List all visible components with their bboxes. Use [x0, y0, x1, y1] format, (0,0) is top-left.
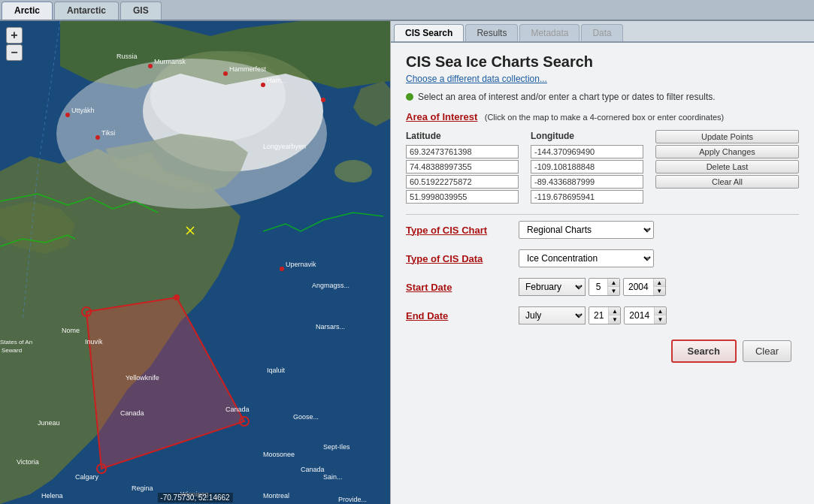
end-date-label: End Date: [406, 310, 511, 321]
end-month-select[interactable]: January February March April May June Ju…: [519, 306, 586, 324]
divider-1: [406, 214, 799, 215]
lon-input-3[interactable]: [531, 175, 643, 189]
lon-header: Longitude: [531, 131, 651, 143]
svg-text:Inuvik: Inuvik: [85, 338, 103, 346]
map-panel[interactable]: Uttyákh Tiksi Murmansk Russia Hammerfest…: [0, 21, 390, 504]
change-collection-link[interactable]: Choose a different data collection...: [406, 74, 799, 84]
svg-text:Seward: Seward: [2, 347, 22, 354]
start-date-label: Start Date: [406, 282, 511, 293]
tab-antarctic[interactable]: Antarctic: [54, 2, 119, 20]
svg-point-15: [148, 64, 153, 68]
data-type-select-wrap: Ice Concentration Ice Type Ice Stage: [519, 249, 654, 267]
start-year-up[interactable]: ▲: [653, 279, 665, 287]
svg-text:Sept-Iles: Sept-Iles: [323, 443, 350, 451]
chart-type-select[interactable]: Regional Charts Weekly Charts Daily Char…: [519, 221, 654, 239]
start-year-down[interactable]: ▼: [653, 287, 665, 295]
map-controls: + −: [6, 27, 23, 61]
svg-text:Uttyákh: Uttyákh: [71, 107, 95, 114]
svg-text:Goose...: Goose...: [293, 413, 319, 421]
zoom-out-button[interactable]: −: [6, 44, 23, 61]
info-text: Select an area of interest and/or enter …: [418, 92, 716, 102]
end-day-arrows: ▲ ▼: [608, 307, 620, 324]
end-year-spinner: 2014 ▲ ▼: [624, 306, 667, 324]
map-svg: Uttyákh Tiksi Murmansk Russia Hammerfest…: [0, 21, 390, 504]
svg-text:Calgary: Calgary: [75, 473, 99, 481]
svg-text:Canada: Canada: [301, 466, 325, 473]
end-year-up[interactable]: ▲: [654, 307, 666, 315]
aoi-label: Area of Interest: [406, 111, 477, 122]
delete-last-button[interactable]: Delete Last: [655, 160, 799, 174]
end-day-down[interactable]: ▼: [608, 315, 620, 324]
end-year-down[interactable]: ▼: [654, 315, 666, 324]
svg-text:Sain...: Sain...: [323, 473, 343, 481]
right-panel: CIS Search Results Metadata Data CIS Sea…: [390, 21, 814, 504]
svg-point-7: [174, 294, 180, 300]
aoi-sublabel: (Click on the map to make a 4-cornered b…: [485, 113, 725, 122]
svg-point-17: [321, 98, 325, 102]
data-type-row: Type of CIS Data Ice Concentration Ice T…: [406, 249, 799, 267]
end-month-wrap: January February March April May June Ju…: [519, 306, 586, 324]
coord-buttons: Update Points: [655, 130, 799, 143]
chart-type-label: Type of CIS Chart: [406, 225, 511, 236]
start-year-value: 2004: [624, 279, 653, 294]
data-type-label: Type of CIS Data: [406, 253, 511, 264]
zoom-in-button[interactable]: +: [6, 27, 23, 44]
svg-text:Tiksi: Tiksi: [101, 129, 115, 137]
end-day-up[interactable]: ▲: [608, 307, 620, 315]
info-icon: [406, 93, 413, 101]
svg-point-12: [65, 113, 70, 117]
end-date-group: January February March April May June Ju…: [519, 306, 667, 324]
end-year-value: 2014: [625, 308, 654, 323]
clear-all-button[interactable]: Clear All: [655, 175, 799, 189]
panel-content: CIS Sea Ice Charts Search Choose a diffe…: [391, 43, 814, 504]
start-date-row: Start Date January February March April …: [406, 278, 799, 296]
svg-point-16: [261, 83, 265, 87]
lon-input-2[interactable]: [531, 160, 643, 174]
lat-input-3[interactable]: [406, 175, 519, 189]
start-day-spinner: 5 ▲ ▼: [589, 278, 620, 296]
tab-cis-search[interactable]: CIS Search: [394, 24, 464, 41]
tab-arctic[interactable]: Arctic: [2, 2, 53, 20]
data-type-select[interactable]: Ice Concentration Ice Type Ice Stage: [519, 249, 654, 267]
lat-input-1[interactable]: [406, 145, 519, 158]
svg-point-14: [223, 71, 228, 76]
svg-text:Juneau: Juneau: [38, 419, 60, 427]
start-day-down[interactable]: ▼: [607, 287, 619, 295]
tab-gis[interactable]: GIS: [120, 2, 162, 20]
svg-text:Upernavik: Upernavik: [286, 261, 316, 268]
svg-point-18: [280, 267, 284, 271]
clear-button[interactable]: Clear: [743, 340, 791, 362]
end-year-arrows: ▲ ▼: [654, 307, 666, 324]
tab-data: Data: [581, 24, 622, 41]
aoi-section: Area of Interest (Click on the map to ma…: [406, 111, 799, 122]
start-day-up[interactable]: ▲: [607, 279, 619, 287]
map-coordinates: -70.75730, 52.14662: [157, 493, 232, 502]
svg-text:States of An: States of An: [0, 339, 32, 346]
lon-input-4[interactable]: [531, 190, 643, 204]
lat-input-4[interactable]: [406, 190, 519, 204]
lon-input-1[interactable]: [531, 145, 643, 158]
apply-changes-button[interactable]: Apply Changes: [655, 145, 799, 158]
svg-text:Helena: Helena: [41, 492, 63, 499]
chart-type-select-wrap: Regional Charts Weekly Charts Daily Char…: [519, 221, 654, 239]
start-month-select[interactable]: January February March April May June Ju…: [519, 278, 586, 296]
start-year-arrows: ▲ ▼: [653, 279, 665, 295]
tab-metadata: Metadata: [519, 24, 579, 41]
search-button[interactable]: Search: [671, 340, 737, 363]
panel-title: CIS Sea Ice Charts Search: [406, 53, 799, 71]
update-points-button[interactable]: Update Points: [655, 130, 799, 143]
svg-text:Canada: Canada: [225, 406, 250, 413]
svg-text:Montreal: Montreal: [263, 492, 289, 499]
info-row: Select an area of interest and/or enter …: [406, 92, 799, 102]
svg-text:Russia: Russia: [117, 53, 138, 60]
lat-header: Latitude: [406, 131, 526, 143]
svg-point-3: [334, 160, 372, 183]
svg-text:Moosonee: Moosonee: [263, 451, 295, 458]
svg-text:Nome: Nome: [62, 327, 80, 334]
tab-results[interactable]: Results: [465, 24, 518, 41]
svg-point-13: [95, 135, 100, 140]
end-day-value: 21: [589, 308, 608, 323]
svg-text:Provide...: Provide...: [338, 496, 367, 503]
svg-text:Regina: Regina: [132, 484, 153, 492]
lat-input-2[interactable]: [406, 160, 519, 174]
